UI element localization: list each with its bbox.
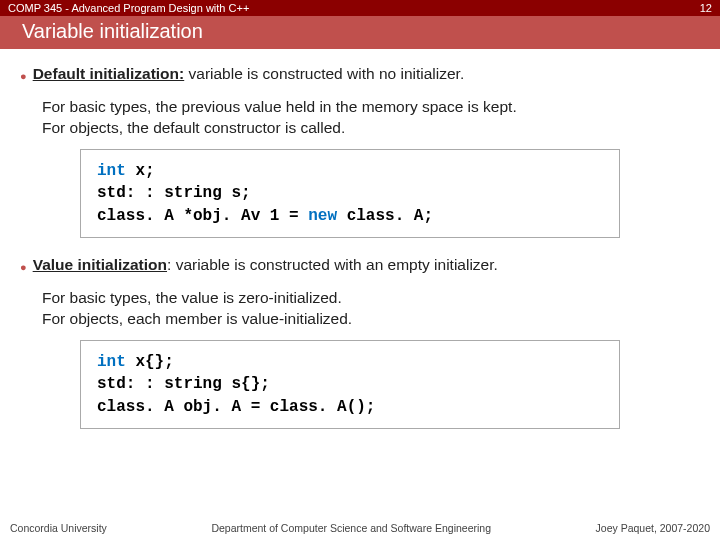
sub-value-line2: For objects, each member is value-initia… (42, 309, 700, 330)
slide-title: Variable initialization (0, 16, 720, 49)
sub-default-line1: For basic types, the previous value held… (42, 97, 700, 118)
bullet-text: Value initialization: variable is constr… (33, 256, 498, 274)
bullet-value-init: ● Value initialization: variable is cons… (20, 256, 700, 278)
bullet-dot-icon: ● (20, 65, 27, 87)
sub-default-line2: For objects, the default constructor is … (42, 118, 700, 139)
code-kw: new (308, 207, 337, 225)
footer-right: Joey Paquet, 2007-2020 (596, 522, 710, 534)
code-text: x; (126, 162, 155, 180)
bullet-default-init: ● Default initialization: variable is co… (20, 65, 700, 87)
sub-default: For basic types, the previous value held… (42, 97, 700, 139)
bullet-text: Default initialization: variable is cons… (33, 65, 465, 83)
term-value: Value initialization (33, 256, 167, 273)
sub-value: For basic types, the value is zero-initi… (42, 288, 700, 330)
code-text: class. A; (337, 207, 433, 225)
bullet-dot-icon: ● (20, 256, 27, 278)
code-text: std: : string s{}; (97, 373, 603, 395)
top-bar: COMP 345 - Advanced Program Design with … (0, 0, 720, 16)
code-text: class. A obj. A = class. A(); (97, 398, 375, 416)
page-number: 12 (700, 2, 712, 14)
footer-center: Department of Computer Science and Softw… (211, 522, 491, 534)
footer: Concordia University Department of Compu… (0, 518, 720, 540)
code-text: class. A *obj. Av 1 = (97, 207, 308, 225)
course-label: COMP 345 - Advanced Program Design with … (8, 2, 249, 14)
code-value: int x{}; std: : string s{}; class. A obj… (80, 340, 620, 429)
code-text: x{}; (126, 353, 174, 371)
slide: COMP 345 - Advanced Program Design with … (0, 0, 720, 540)
term-default: Default initialization: (33, 65, 185, 82)
code-default: int x; std: : string s; class. A *obj. A… (80, 149, 620, 238)
code-kw: int (97, 353, 126, 371)
footer-left: Concordia University (10, 522, 107, 534)
content-area: ● Default initialization: variable is co… (0, 49, 720, 518)
sub-value-line1: For basic types, the value is zero-initi… (42, 288, 700, 309)
rest-value: : variable is constructed with an empty … (167, 256, 498, 273)
code-kw: int (97, 162, 126, 180)
rest-default: variable is constructed with no initiali… (184, 65, 464, 82)
code-text: std: : string s; (97, 182, 603, 204)
